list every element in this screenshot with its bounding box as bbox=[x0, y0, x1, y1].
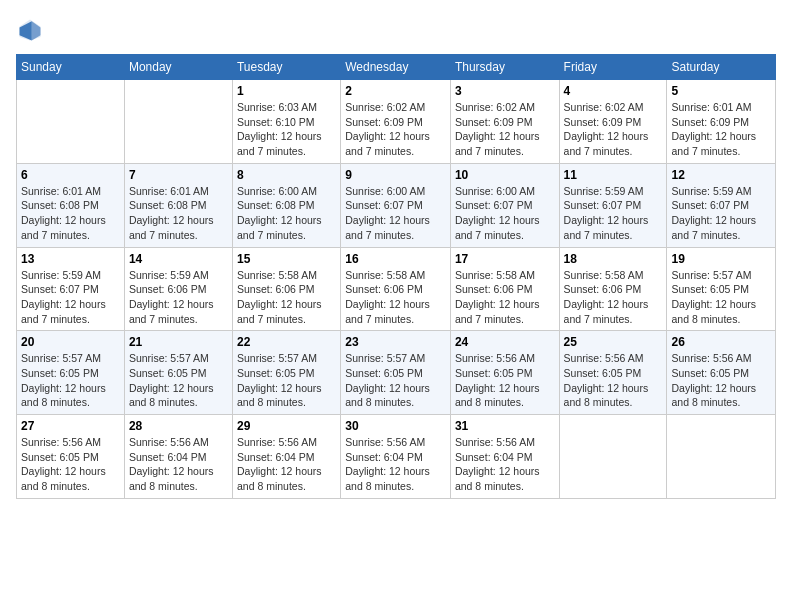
day-info: Sunrise: 5:57 AM Sunset: 6:05 PM Dayligh… bbox=[345, 351, 446, 410]
day-info: Sunrise: 5:56 AM Sunset: 6:05 PM Dayligh… bbox=[455, 351, 555, 410]
weekday-header-wednesday: Wednesday bbox=[341, 55, 451, 80]
day-number: 24 bbox=[455, 335, 555, 349]
day-number: 7 bbox=[129, 168, 228, 182]
day-info: Sunrise: 5:58 AM Sunset: 6:06 PM Dayligh… bbox=[455, 268, 555, 327]
calendar-cell: 18Sunrise: 5:58 AM Sunset: 6:06 PM Dayli… bbox=[559, 247, 667, 331]
day-info: Sunrise: 6:01 AM Sunset: 6:08 PM Dayligh… bbox=[129, 184, 228, 243]
day-info: Sunrise: 5:59 AM Sunset: 6:07 PM Dayligh… bbox=[21, 268, 120, 327]
calendar-cell: 12Sunrise: 5:59 AM Sunset: 6:07 PM Dayli… bbox=[667, 163, 776, 247]
day-info: Sunrise: 6:02 AM Sunset: 6:09 PM Dayligh… bbox=[345, 100, 446, 159]
calendar-week-row: 1Sunrise: 6:03 AM Sunset: 6:10 PM Daylig… bbox=[17, 80, 776, 164]
day-number: 31 bbox=[455, 419, 555, 433]
day-number: 28 bbox=[129, 419, 228, 433]
weekday-header-thursday: Thursday bbox=[450, 55, 559, 80]
day-number: 23 bbox=[345, 335, 446, 349]
day-info: Sunrise: 6:00 AM Sunset: 6:08 PM Dayligh… bbox=[237, 184, 336, 243]
day-number: 30 bbox=[345, 419, 446, 433]
day-info: Sunrise: 5:57 AM Sunset: 6:05 PM Dayligh… bbox=[671, 268, 771, 327]
day-info: Sunrise: 5:58 AM Sunset: 6:06 PM Dayligh… bbox=[345, 268, 446, 327]
day-number: 4 bbox=[564, 84, 663, 98]
calendar-cell: 3Sunrise: 6:02 AM Sunset: 6:09 PM Daylig… bbox=[450, 80, 559, 164]
day-info: Sunrise: 6:01 AM Sunset: 6:08 PM Dayligh… bbox=[21, 184, 120, 243]
day-info: Sunrise: 5:58 AM Sunset: 6:06 PM Dayligh… bbox=[564, 268, 663, 327]
calendar-cell: 6Sunrise: 6:01 AM Sunset: 6:08 PM Daylig… bbox=[17, 163, 125, 247]
calendar-cell: 7Sunrise: 6:01 AM Sunset: 6:08 PM Daylig… bbox=[124, 163, 232, 247]
day-number: 29 bbox=[237, 419, 336, 433]
calendar-cell: 13Sunrise: 5:59 AM Sunset: 6:07 PM Dayli… bbox=[17, 247, 125, 331]
day-info: Sunrise: 6:00 AM Sunset: 6:07 PM Dayligh… bbox=[455, 184, 555, 243]
day-number: 26 bbox=[671, 335, 771, 349]
day-number: 3 bbox=[455, 84, 555, 98]
calendar-cell: 17Sunrise: 5:58 AM Sunset: 6:06 PM Dayli… bbox=[450, 247, 559, 331]
day-number: 9 bbox=[345, 168, 446, 182]
logo-icon bbox=[16, 16, 44, 44]
day-number: 18 bbox=[564, 252, 663, 266]
calendar-cell: 25Sunrise: 5:56 AM Sunset: 6:05 PM Dayli… bbox=[559, 331, 667, 415]
calendar-header-row: SundayMondayTuesdayWednesdayThursdayFrid… bbox=[17, 55, 776, 80]
calendar-cell: 4Sunrise: 6:02 AM Sunset: 6:09 PM Daylig… bbox=[559, 80, 667, 164]
day-number: 14 bbox=[129, 252, 228, 266]
day-info: Sunrise: 6:02 AM Sunset: 6:09 PM Dayligh… bbox=[564, 100, 663, 159]
calendar-week-row: 13Sunrise: 5:59 AM Sunset: 6:07 PM Dayli… bbox=[17, 247, 776, 331]
calendar-cell bbox=[17, 80, 125, 164]
day-info: Sunrise: 5:57 AM Sunset: 6:05 PM Dayligh… bbox=[237, 351, 336, 410]
day-info: Sunrise: 5:59 AM Sunset: 6:07 PM Dayligh… bbox=[671, 184, 771, 243]
calendar-cell bbox=[124, 80, 232, 164]
day-info: Sunrise: 6:00 AM Sunset: 6:07 PM Dayligh… bbox=[345, 184, 446, 243]
day-number: 11 bbox=[564, 168, 663, 182]
logo bbox=[16, 16, 48, 44]
day-info: Sunrise: 5:56 AM Sunset: 6:04 PM Dayligh… bbox=[237, 435, 336, 494]
day-number: 21 bbox=[129, 335, 228, 349]
calendar-cell: 1Sunrise: 6:03 AM Sunset: 6:10 PM Daylig… bbox=[232, 80, 340, 164]
day-number: 22 bbox=[237, 335, 336, 349]
calendar-cell: 23Sunrise: 5:57 AM Sunset: 6:05 PM Dayli… bbox=[341, 331, 451, 415]
calendar-cell: 26Sunrise: 5:56 AM Sunset: 6:05 PM Dayli… bbox=[667, 331, 776, 415]
day-number: 17 bbox=[455, 252, 555, 266]
day-info: Sunrise: 5:58 AM Sunset: 6:06 PM Dayligh… bbox=[237, 268, 336, 327]
day-info: Sunrise: 6:03 AM Sunset: 6:10 PM Dayligh… bbox=[237, 100, 336, 159]
calendar-cell: 29Sunrise: 5:56 AM Sunset: 6:04 PM Dayli… bbox=[232, 415, 340, 499]
day-info: Sunrise: 5:59 AM Sunset: 6:07 PM Dayligh… bbox=[564, 184, 663, 243]
day-number: 10 bbox=[455, 168, 555, 182]
day-number: 12 bbox=[671, 168, 771, 182]
calendar-cell bbox=[667, 415, 776, 499]
calendar-cell: 31Sunrise: 5:56 AM Sunset: 6:04 PM Dayli… bbox=[450, 415, 559, 499]
calendar-cell bbox=[559, 415, 667, 499]
calendar-week-row: 20Sunrise: 5:57 AM Sunset: 6:05 PM Dayli… bbox=[17, 331, 776, 415]
day-info: Sunrise: 5:56 AM Sunset: 6:05 PM Dayligh… bbox=[564, 351, 663, 410]
calendar-cell: 24Sunrise: 5:56 AM Sunset: 6:05 PM Dayli… bbox=[450, 331, 559, 415]
calendar-table: SundayMondayTuesdayWednesdayThursdayFrid… bbox=[16, 54, 776, 499]
calendar-cell: 15Sunrise: 5:58 AM Sunset: 6:06 PM Dayli… bbox=[232, 247, 340, 331]
day-number: 25 bbox=[564, 335, 663, 349]
calendar-cell: 2Sunrise: 6:02 AM Sunset: 6:09 PM Daylig… bbox=[341, 80, 451, 164]
page-header bbox=[16, 16, 776, 44]
calendar-cell: 14Sunrise: 5:59 AM Sunset: 6:06 PM Dayli… bbox=[124, 247, 232, 331]
calendar-cell: 28Sunrise: 5:56 AM Sunset: 6:04 PM Dayli… bbox=[124, 415, 232, 499]
day-info: Sunrise: 5:59 AM Sunset: 6:06 PM Dayligh… bbox=[129, 268, 228, 327]
day-info: Sunrise: 5:56 AM Sunset: 6:04 PM Dayligh… bbox=[345, 435, 446, 494]
day-info: Sunrise: 5:56 AM Sunset: 6:05 PM Dayligh… bbox=[671, 351, 771, 410]
calendar-cell: 27Sunrise: 5:56 AM Sunset: 6:05 PM Dayli… bbox=[17, 415, 125, 499]
calendar-week-row: 27Sunrise: 5:56 AM Sunset: 6:05 PM Dayli… bbox=[17, 415, 776, 499]
day-info: Sunrise: 5:57 AM Sunset: 6:05 PM Dayligh… bbox=[129, 351, 228, 410]
calendar-cell: 19Sunrise: 5:57 AM Sunset: 6:05 PM Dayli… bbox=[667, 247, 776, 331]
weekday-header-sunday: Sunday bbox=[17, 55, 125, 80]
day-info: Sunrise: 6:01 AM Sunset: 6:09 PM Dayligh… bbox=[671, 100, 771, 159]
day-info: Sunrise: 6:02 AM Sunset: 6:09 PM Dayligh… bbox=[455, 100, 555, 159]
day-number: 1 bbox=[237, 84, 336, 98]
day-number: 5 bbox=[671, 84, 771, 98]
day-info: Sunrise: 5:56 AM Sunset: 6:05 PM Dayligh… bbox=[21, 435, 120, 494]
calendar-cell: 11Sunrise: 5:59 AM Sunset: 6:07 PM Dayli… bbox=[559, 163, 667, 247]
weekday-header-monday: Monday bbox=[124, 55, 232, 80]
day-number: 15 bbox=[237, 252, 336, 266]
day-number: 20 bbox=[21, 335, 120, 349]
day-number: 8 bbox=[237, 168, 336, 182]
calendar-cell: 9Sunrise: 6:00 AM Sunset: 6:07 PM Daylig… bbox=[341, 163, 451, 247]
day-info: Sunrise: 5:56 AM Sunset: 6:04 PM Dayligh… bbox=[455, 435, 555, 494]
day-info: Sunrise: 5:57 AM Sunset: 6:05 PM Dayligh… bbox=[21, 351, 120, 410]
day-number: 6 bbox=[21, 168, 120, 182]
weekday-header-tuesday: Tuesday bbox=[232, 55, 340, 80]
weekday-header-saturday: Saturday bbox=[667, 55, 776, 80]
weekday-header-friday: Friday bbox=[559, 55, 667, 80]
day-number: 16 bbox=[345, 252, 446, 266]
